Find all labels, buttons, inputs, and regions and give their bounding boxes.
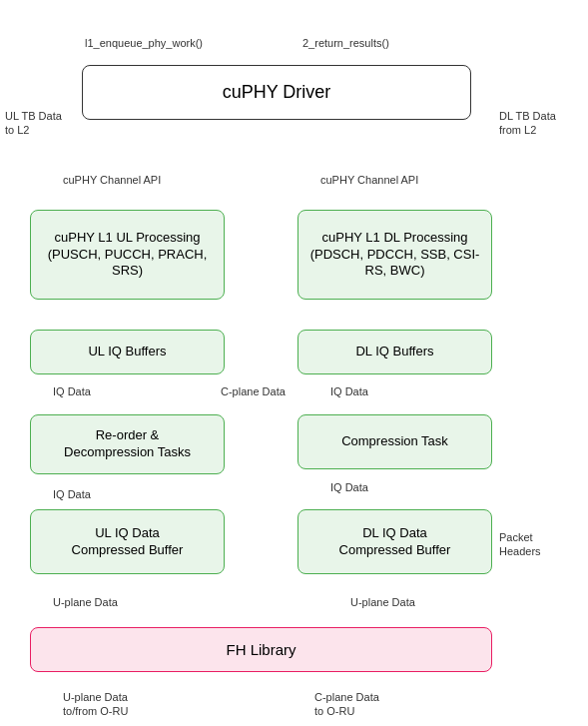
- dl-l1-processing-box: cuPHY L1 DL Processing (PDSCH, PDCCH, SS…: [297, 210, 492, 300]
- ul-iq-buffers-box: UL IQ Buffers: [30, 330, 225, 374]
- ul-iq-compressed-box: UL IQ Data Compressed Buffer: [30, 509, 225, 574]
- architecture-diagram: l1_enqueue_phy_work() 2_return_results()…: [0, 0, 588, 726]
- ul-l1-processing-box: cuPHY L1 UL Processing (PUSCH, PUCCH, PR…: [30, 210, 225, 300]
- c-plane-to-oru-label: C-plane Datato O-RU: [311, 689, 382, 720]
- iq-data-right-2-label: IQ Data: [327, 480, 371, 494]
- ul-tb-data-label: UL TB Datato L2: [2, 108, 65, 139]
- iq-data-right-1-label: IQ Data: [327, 384, 371, 398]
- reorder-decomp-box: Re-order & Decompression Tasks: [30, 414, 225, 474]
- dl-iq-compressed-box: DL IQ Data Compressed Buffer: [297, 509, 492, 574]
- u-plane-data-left-label: U-plane Data: [50, 595, 121, 609]
- cuphy-channel-api-left-label: cuPHY Channel API: [60, 173, 164, 187]
- cuphy-driver-box: cuPHY Driver: [82, 65, 471, 120]
- dl-iq-buffers-box: DL IQ Buffers: [297, 330, 492, 374]
- l1-enqueue-label: l1_enqueue_phy_work(): [82, 36, 206, 50]
- packet-headers-label: PacketHeaders: [496, 529, 544, 560]
- iq-data-left-2-label: IQ Data: [50, 487, 94, 501]
- c-plane-data-label: C-plane Data: [218, 384, 289, 398]
- dl-tb-data-label: DL TB Datafrom L2: [496, 108, 559, 139]
- iq-data-left-1-label: IQ Data: [50, 384, 94, 398]
- u-plane-to-from-oru-label: U-plane Datato/from O-RU: [60, 689, 131, 720]
- compression-task-box: Compression Task: [297, 414, 492, 469]
- u-plane-data-right-label: U-plane Data: [347, 595, 418, 609]
- cuphy-channel-api-right-label: cuPHY Channel API: [317, 173, 421, 187]
- l2-return-label: 2_return_results(): [299, 36, 392, 50]
- fh-library-box: FH Library: [30, 627, 492, 672]
